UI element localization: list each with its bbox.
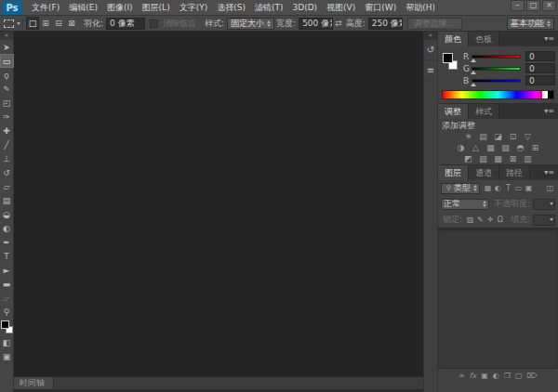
close-button[interactable]: ×	[542, 0, 556, 11]
panel-menu-icon[interactable]: ▾≡	[540, 104, 558, 119]
filter-pixel-layers-icon[interactable]: ▦	[483, 184, 493, 192]
new-selection-button[interactable]: □	[26, 17, 39, 30]
filter-toggle-icon[interactable]: ◫	[545, 184, 555, 192]
green-slider[interactable]	[472, 67, 521, 71]
lock-position-icon[interactable]: ✛	[485, 216, 496, 224]
menu-window[interactable]: 窗口(W)	[360, 0, 401, 15]
menu-view[interactable]: 视图(V)	[322, 0, 360, 15]
foreground-color-swatch[interactable]	[1, 320, 9, 329]
color-swatches[interactable]	[1, 320, 13, 333]
filter-shape-layers-icon[interactable]: ▭	[513, 184, 524, 192]
filter-adjustment-layers-icon[interactable]: ◐	[493, 184, 503, 192]
adj-brightness-contrast-icon[interactable]: ☀	[462, 131, 474, 142]
blur-tool[interactable]: ◒	[0, 207, 14, 221]
filter-type-layers-icon[interactable]: T	[503, 184, 513, 192]
menu-type[interactable]: 文字(Y)	[175, 0, 213, 15]
adj-posterize-icon[interactable]: ▨	[477, 153, 489, 164]
new-adjustment-layer-icon[interactable]: ◐	[493, 372, 499, 380]
workspace-select[interactable]: 基本功能	[507, 18, 554, 30]
tab-paths[interactable]: 路径	[499, 165, 530, 180]
toolbar-collapse-icon[interactable]: »	[0, 32, 13, 40]
tab-styles[interactable]: 样式	[469, 104, 499, 119]
quick-selection-tool[interactable]: ✎	[0, 82, 14, 96]
adj-curves-icon[interactable]: ◪	[492, 131, 504, 142]
timeline-tab[interactable]: 时间轴	[14, 377, 54, 389]
adj-exposure-icon[interactable]: ⊡	[507, 131, 519, 142]
width-input[interactable]: 500 像素	[299, 18, 333, 30]
antialias-checkbox[interactable]	[150, 20, 158, 28]
eyedropper-tool[interactable]: ✑	[0, 110, 14, 124]
new-group-icon[interactable]: ❒	[504, 372, 511, 380]
type-tool[interactable]: T	[0, 249, 14, 263]
slider-knob-icon[interactable]	[471, 71, 476, 74]
history-panel-button[interactable]: ↺	[424, 40, 437, 60]
tab-swatches[interactable]: 色板	[469, 32, 499, 46]
red-slider[interactable]	[472, 55, 521, 59]
style-select[interactable]: 固定大小	[227, 18, 274, 30]
clone-stamp-tool[interactable]: ⊥	[0, 151, 14, 165]
brush-tool[interactable]: ╱	[0, 137, 14, 151]
adj-threshold-icon[interactable]: ▩	[492, 153, 504, 164]
tool-preset-picker[interactable]	[2, 19, 23, 29]
menu-select[interactable]: 选择(S)	[212, 0, 250, 15]
add-selection-button[interactable]: ⊞	[39, 17, 52, 30]
new-layer-icon[interactable]: ▢	[515, 372, 523, 380]
adj-vibrance-icon[interactable]: ▽	[522, 131, 534, 142]
layers-list[interactable]	[438, 228, 558, 369]
crop-tool[interactable]: ◰	[0, 96, 14, 110]
blue-slider[interactable]	[472, 79, 521, 83]
slider-knob-icon[interactable]	[471, 59, 476, 62]
green-value-input[interactable]: 0	[525, 63, 555, 73]
add-layer-mask-icon[interactable]: ▣	[481, 372, 488, 380]
adj-photo-filter-icon[interactable]: ▧	[499, 142, 512, 153]
adj-color-lookup-icon[interactable]: ⊞	[529, 142, 541, 153]
move-tool[interactable]: ➤	[0, 40, 14, 54]
rectangular-marquee-tool[interactable]: ▭	[0, 54, 14, 68]
gradient-tool[interactable]: ▤	[0, 193, 14, 207]
canvas-area[interactable]	[14, 32, 423, 376]
swap-dimensions-icon[interactable]: ⇄	[335, 19, 342, 28]
menu-filter[interactable]: 滤镜(T)	[250, 0, 288, 15]
menu-edit[interactable]: 编辑(E)	[64, 0, 102, 15]
history-brush-tool[interactable]: ↺	[0, 165, 14, 179]
tab-adjustments[interactable]: 调整	[438, 104, 469, 119]
intersect-selection-button[interactable]: ⊠	[65, 17, 78, 30]
adj-selective-color-icon[interactable]: ▥	[522, 153, 534, 164]
zoom-tool[interactable]: ⚲	[0, 305, 14, 319]
quick-mask-button[interactable]: ◧	[0, 335, 14, 349]
lock-all-icon[interactable]: Ω	[495, 216, 505, 224]
minimize-button[interactable]: –	[511, 0, 525, 11]
tab-color[interactable]: 颜色	[438, 32, 469, 46]
subtract-selection-button[interactable]: ⊟	[52, 17, 65, 30]
rectangle-tool[interactable]: ▬	[0, 277, 14, 291]
adj-invert-icon[interactable]: ◩	[462, 153, 474, 164]
tab-channels[interactable]: 通道	[469, 165, 499, 180]
adj-color-balance-icon[interactable]: △	[470, 142, 482, 153]
menu-layer[interactable]: 图层(L)	[138, 0, 175, 15]
menu-3d[interactable]: 3D(D)	[287, 0, 322, 15]
maximize-button[interactable]: □	[526, 0, 540, 11]
menu-help[interactable]: 帮助(H)	[401, 0, 440, 15]
tab-layers[interactable]: 图层	[438, 165, 469, 180]
panel-color-swatches[interactable]	[443, 53, 458, 70]
lock-image-pixels-icon[interactable]: ✎	[475, 216, 485, 224]
refine-edge-button[interactable]: 调整边缘…	[407, 18, 462, 30]
adj-black-white-icon[interactable]: ▦	[485, 142, 497, 153]
color-spectrum-ramp[interactable]	[442, 90, 554, 99]
slider-knob-icon[interactable]	[471, 83, 476, 86]
panel-menu-icon[interactable]: ▾≡	[540, 32, 558, 46]
red-value-input[interactable]: 0	[525, 51, 555, 61]
menu-file[interactable]: 文件(F)	[27, 0, 64, 15]
layer-style-icon[interactable]: fx	[470, 372, 477, 380]
properties-panel-button[interactable]: ≡	[424, 60, 437, 81]
panel-menu-icon[interactable]: ▾≡	[540, 165, 558, 180]
filter-smart-objects-icon[interactable]: ▣	[524, 184, 534, 192]
opacity-input[interactable]	[533, 199, 555, 210]
path-selection-tool[interactable]: ►	[0, 263, 14, 277]
lock-transparent-pixels-icon[interactable]: ▨	[465, 216, 475, 224]
screen-mode-button[interactable]: ▣	[0, 349, 14, 363]
lasso-tool[interactable]: ϙ	[0, 68, 14, 82]
adj-levels-icon[interactable]: ▤	[477, 131, 489, 142]
black-swatch[interactable]	[548, 91, 553, 98]
adj-channel-mixer-icon[interactable]: ◓	[514, 142, 526, 153]
